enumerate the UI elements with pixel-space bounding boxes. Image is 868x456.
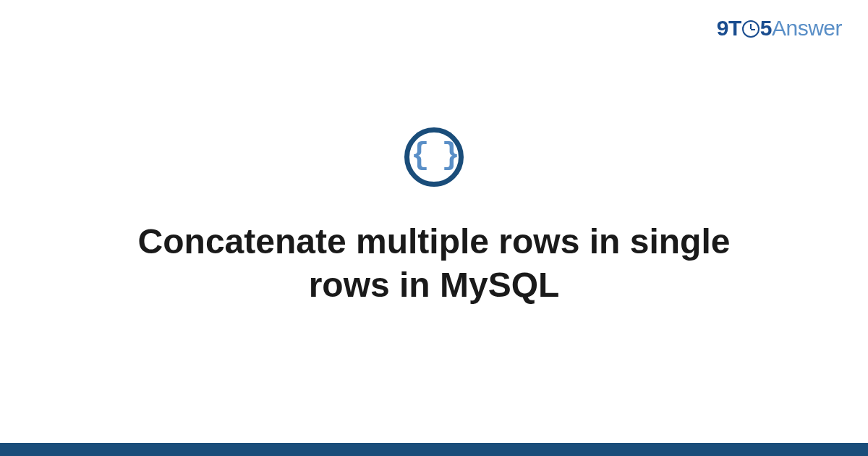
logo-text-9t: 9T: [717, 16, 741, 41]
main-content: { } Concatenate multiple rows in single …: [0, 127, 868, 307]
code-braces-icon: { }: [404, 127, 464, 187]
logo-text-5: 5: [760, 16, 772, 41]
logo-text-answer: Answer: [772, 16, 842, 41]
footer-accent-bar: [0, 443, 868, 456]
clock-icon: [742, 20, 760, 38]
site-logo[interactable]: 9T 5 Answer: [717, 16, 842, 41]
page-title: Concatenate multiple rows in single rows…: [109, 220, 760, 307]
braces-glyph: { }: [411, 140, 457, 171]
